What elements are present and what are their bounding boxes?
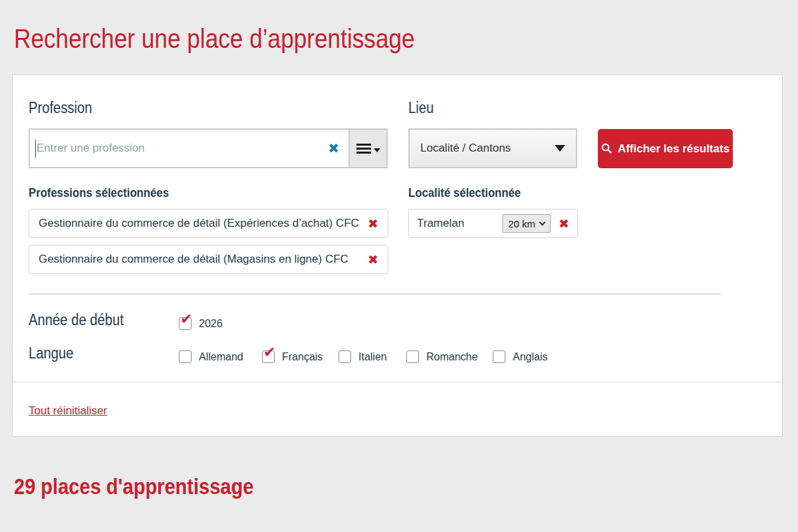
checkbox-allemand-label[interactable]: Allemand bbox=[199, 351, 243, 363]
checkmark-icon: ✔ bbox=[263, 345, 275, 360]
checkbox-anglais-label[interactable]: Anglais bbox=[513, 351, 547, 363]
divider bbox=[29, 293, 721, 295]
checkbox-francais[interactable]: ✔ bbox=[262, 350, 275, 363]
show-results-label: Afficher les résultats bbox=[618, 142, 730, 156]
show-results-button[interactable]: Afficher les résultats bbox=[598, 129, 733, 168]
radius-value: 20 km bbox=[508, 218, 535, 229]
language-option-italien: ✔ Italien bbox=[338, 350, 387, 363]
language-option-anglais: ✔ Anglais bbox=[493, 350, 547, 363]
selected-profession-label: Gestionnaire du commerce de détail (Expé… bbox=[39, 217, 368, 230]
selected-location-name: Tramelan bbox=[417, 217, 464, 230]
selected-location-chip: Tramelan 20 km ✖ bbox=[408, 209, 578, 238]
remove-profession-icon[interactable]: ✖ bbox=[368, 217, 378, 230]
checkbox-anglais[interactable]: ✔ bbox=[493, 350, 505, 363]
checkbox-2026[interactable]: ✔ bbox=[179, 317, 192, 330]
page-title: Rechercher une place d’apprentissage bbox=[14, 24, 469, 54]
checkbox-francais-label[interactable]: Français bbox=[282, 351, 323, 363]
location-dropdown-value: Localité / Cantons bbox=[420, 142, 511, 155]
clear-input-icon[interactable]: ✖ bbox=[328, 142, 339, 155]
start-year-label: Année de début bbox=[29, 311, 136, 329]
text-cursor bbox=[35, 140, 36, 158]
location-dropdown[interactable]: Localité / Cantons bbox=[408, 128, 577, 168]
selected-profession-chip: Gestionnaire du commerce de détail (Expé… bbox=[29, 209, 388, 238]
profession-input-group: ✖ bbox=[29, 128, 388, 168]
selected-professions-heading: Professions sélectionnées bbox=[29, 186, 188, 200]
checkbox-romanche[interactable]: ✔ bbox=[406, 350, 419, 363]
profession-search-input[interactable] bbox=[30, 130, 348, 167]
language-option-allemand: ✔ Allemand bbox=[179, 350, 243, 363]
selected-profession-label: Gestionnaire du commerce de détail (Maga… bbox=[39, 253, 368, 266]
checkbox-2026-label[interactable]: 2026 bbox=[199, 318, 223, 330]
search-icon bbox=[601, 143, 612, 154]
selected-location-heading: Localité sélectionnée bbox=[408, 186, 536, 200]
profession-list-dropdown-button[interactable] bbox=[348, 130, 386, 167]
language-label: Langue bbox=[29, 344, 80, 362]
results-count-heading: 29 places d'apprentissage bbox=[14, 474, 287, 499]
profession-label: Profession bbox=[29, 99, 101, 117]
checkbox-italien[interactable]: ✔ bbox=[338, 350, 351, 363]
checkbox-allemand[interactable]: ✔ bbox=[179, 350, 192, 363]
hamburger-icon bbox=[356, 142, 371, 156]
checkbox-romanche-label[interactable]: Romanche bbox=[426, 351, 477, 363]
remove-location-icon[interactable]: ✖ bbox=[559, 217, 569, 230]
card-footer: Tout réinitialiser bbox=[13, 382, 782, 438]
search-filter-card: Profession ✖ Lieu Localité / Cantons Aff… bbox=[12, 74, 783, 437]
language-option-francais: ✔ Français bbox=[262, 350, 323, 363]
checkbox-italien-label[interactable]: Italien bbox=[358, 351, 387, 363]
triangle-down-icon bbox=[555, 145, 565, 152]
checkmark-icon: ✔ bbox=[180, 312, 192, 327]
start-year-options: ✔ 2026 bbox=[179, 317, 223, 330]
chevron-down-icon bbox=[539, 219, 546, 225]
remove-profession-icon[interactable]: ✖ bbox=[368, 253, 378, 266]
location-label: Lieu bbox=[408, 99, 437, 117]
reset-all-link[interactable]: Tout réinitialiser bbox=[29, 404, 107, 418]
language-option-romanche: ✔ Romanche bbox=[406, 350, 477, 363]
radius-select[interactable]: 20 km bbox=[502, 214, 551, 233]
caret-down-icon bbox=[374, 148, 380, 152]
selected-profession-chip: Gestionnaire du commerce de détail (Maga… bbox=[29, 245, 388, 274]
